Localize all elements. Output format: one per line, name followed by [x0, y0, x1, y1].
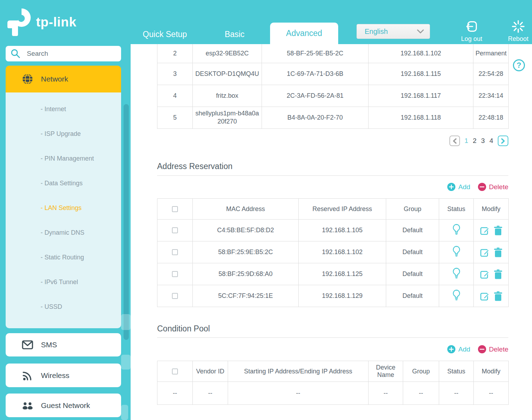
logout-label: Log out — [454, 35, 489, 43]
cell-lease: Permanent — [473, 44, 509, 63]
plus-icon — [447, 345, 455, 353]
sidebar-item-ipv6-tunnel[interactable]: - IPv6 Tunnel — [6, 270, 121, 294]
cell-empty: -- — [474, 382, 509, 405]
select-all-cell — [157, 199, 193, 220]
logout-icon — [465, 20, 478, 33]
col-group: Group — [386, 199, 439, 220]
sidebar-search — [6, 46, 121, 61]
cell-mac: 1C-69-7A-71-D3-6B — [262, 63, 369, 85]
sidebar-item-internet[interactable]: - Internet — [6, 97, 121, 121]
tab-advanced[interactable]: Advanced — [270, 23, 338, 44]
page-number-2[interactable]: 2 — [473, 137, 477, 145]
sidebar-item-lan-settings[interactable]: - LAN Settings — [6, 196, 121, 220]
edit-icon[interactable] — [480, 292, 489, 301]
select-all-checkbox[interactable] — [172, 368, 178, 374]
select-all-checkbox[interactable] — [172, 206, 178, 212]
pagination-prev-button[interactable] — [449, 136, 460, 146]
cell-group: Default — [386, 263, 439, 285]
decoration-shape — [121, 405, 128, 420]
table-row: 2 esp32-9EB52C 58-BF-25-9E-B5-2C 192.168… — [157, 44, 509, 63]
row-checkbox[interactable] — [172, 271, 178, 277]
edit-icon[interactable] — [480, 248, 489, 257]
tab-basic[interactable]: Basic — [209, 30, 260, 39]
trash-icon[interactable] — [494, 269, 502, 279]
col-ip-range: Starting IP Address/Ending IP Address — [228, 361, 369, 382]
page-number-3[interactable]: 3 — [481, 137, 485, 145]
col-modify: Modify — [474, 361, 509, 382]
trash-icon[interactable] — [494, 291, 502, 301]
pagination-next-button[interactable] — [498, 136, 508, 146]
sidebar-item-pin-management[interactable]: - PIN Management — [6, 146, 121, 171]
chevron-down-icon — [417, 29, 424, 34]
add-condition-button[interactable]: Add — [447, 345, 470, 353]
language-dropdown[interactable]: English — [357, 24, 430, 39]
edit-icon[interactable] — [480, 270, 489, 279]
table-empty-row: -- -- -- -- -- -- -- — [157, 382, 509, 405]
table-header-row: MAC Address Reserved IP Address Group St… — [157, 199, 509, 220]
decoration-shape — [121, 355, 131, 370]
status-bulb-icon[interactable] — [452, 268, 461, 279]
delete-reservation-button[interactable]: Delete — [478, 183, 508, 191]
pagination: 1 2 3 4 — [443, 136, 508, 146]
reboot-button[interactable]: Reboot — [501, 20, 532, 43]
plus-icon — [447, 183, 455, 191]
table-row: 5 shellyplus1pm-b48a0a20f270 B4-8A-0A-20… — [157, 107, 509, 128]
sidebar-item-sms[interactable]: SMS — [6, 333, 121, 356]
row-checkbox[interactable] — [172, 293, 178, 299]
add-label: Add — [458, 183, 470, 191]
row-checkbox[interactable] — [172, 249, 178, 255]
cell-empty: -- — [228, 382, 369, 405]
sidebar-item-isp-upgrade[interactable]: - ISP Upgrade — [6, 121, 121, 146]
trash-icon[interactable] — [494, 226, 502, 235]
minus-icon — [478, 183, 486, 191]
status-bulb-icon[interactable] — [452, 246, 461, 257]
sidebar-item-dynamic-dns[interactable]: - Dynamic DNS — [6, 220, 121, 245]
cell-empty: -- — [157, 382, 193, 405]
add-reservation-button[interactable]: Add — [447, 183, 470, 191]
row-checkbox[interactable] — [172, 227, 178, 233]
search-input[interactable] — [27, 50, 108, 58]
col-modify: Modify — [474, 199, 509, 220]
main-content: ? 2 esp32-9EB52C 58-BF-25-9E-B5-2C 192.1… — [131, 44, 532, 420]
cell-client-name: esp32-9EB52C — [193, 44, 262, 63]
tab-quick-setup[interactable]: Quick Setup — [135, 30, 195, 39]
sidebar-item-network[interactable]: Network — [6, 66, 121, 92]
sidebar-item-ussd[interactable]: - USSD — [6, 294, 121, 319]
sidebar-item-wireless[interactable]: Wireless — [6, 364, 121, 387]
dhcp-client-table: 2 esp32-9EB52C 58-BF-25-9E-B5-2C 192.168… — [157, 44, 509, 129]
divider — [157, 175, 508, 176]
cell-lease: 22:48:18 — [473, 107, 509, 128]
cell-index: 5 — [157, 107, 193, 128]
logout-button[interactable]: Log out — [454, 20, 489, 43]
sidebar-item-guest-network[interactable]: Guest Network — [6, 394, 121, 417]
wireless-label: Wireless — [41, 371, 70, 380]
cell-ip: 192.168.1.102 — [369, 44, 473, 63]
sidebar-item-static-routing[interactable]: - Static Routing — [6, 245, 121, 270]
cell-ip: 192.168.1.105 — [299, 220, 386, 241]
select-all-cell — [157, 361, 193, 382]
cell-client-name: shellyplus1pm-b48a0a20f270 — [193, 107, 262, 128]
people-icon — [22, 401, 33, 410]
table-row: 5C:CF:7F:94:25:1E 192.168.1.129 Default — [157, 285, 509, 307]
router-admin-screen: tp-link Quick Setup Basic Advanced Engli… — [0, 0, 532, 420]
sidebar-item-data-settings[interactable]: - Data Settings — [6, 171, 121, 196]
delete-condition-button[interactable]: Delete — [478, 345, 508, 353]
page-number-4[interactable]: 4 — [489, 137, 493, 145]
col-status: Status — [439, 199, 474, 220]
col-reserved-ip: Reserved IP Address — [299, 199, 386, 220]
help-icon[interactable]: ? — [513, 59, 525, 71]
guest-network-label: Guest Network — [41, 401, 90, 410]
status-bulb-icon[interactable] — [452, 289, 461, 301]
edit-icon[interactable] — [480, 226, 489, 235]
chevron-right-icon — [501, 138, 505, 144]
col-device-name: Device Name — [369, 361, 403, 382]
sidebar-scrollbar[interactable] — [124, 104, 129, 340]
trash-icon[interactable] — [494, 247, 502, 257]
status-bulb-icon[interactable] — [452, 224, 461, 235]
condition-pool-table: Vendor ID Starting IP Address/Ending IP … — [157, 361, 509, 405]
cell-group: Default — [386, 241, 439, 263]
cell-lease: 22:34:14 — [473, 85, 509, 107]
cell-index: 3 — [157, 63, 193, 85]
page-number-1[interactable]: 1 — [465, 137, 468, 145]
address-reservation-actions: Add Delete — [434, 183, 508, 191]
